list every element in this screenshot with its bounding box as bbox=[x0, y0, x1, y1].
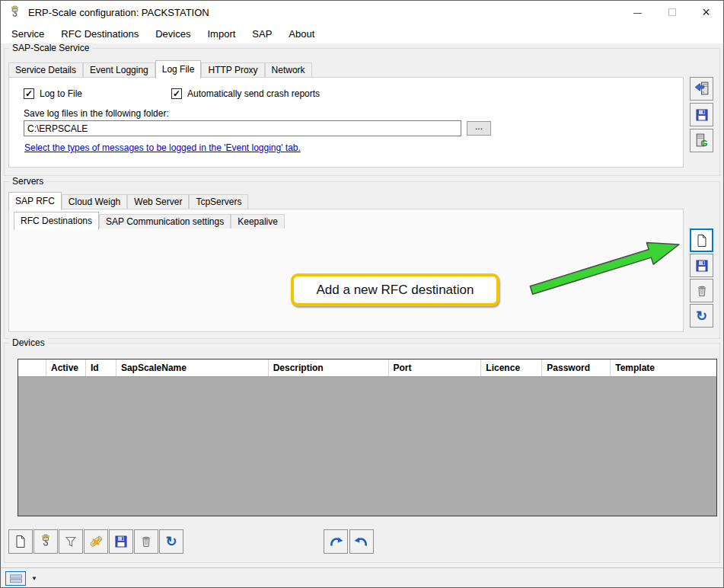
trash-icon bbox=[695, 284, 709, 298]
dev-col-rowselector[interactable] bbox=[18, 360, 46, 376]
save-devices-button[interactable] bbox=[109, 529, 133, 554]
devices-group-label: Devices bbox=[9, 337, 48, 349]
form-rows-icon bbox=[10, 574, 22, 583]
maximize-button[interactable] bbox=[655, 1, 689, 24]
devices-table-header: Active Id SapScaleName Description Port … bbox=[18, 360, 716, 377]
title-bar: ERP-Scale configuration: PACKSTATION — × bbox=[1, 1, 723, 24]
rfc-subtabstrip: RFC Destinations SAP Communication setti… bbox=[14, 211, 285, 229]
dev-col-password[interactable]: Password bbox=[542, 360, 611, 376]
devices-table-empty-body bbox=[18, 377, 716, 516]
window-controls: — × bbox=[620, 1, 723, 24]
refresh-devices-button[interactable]: ↻ bbox=[159, 529, 183, 554]
refresh-rfc-button[interactable]: ↻ bbox=[690, 304, 713, 328]
refresh-icon: ↻ bbox=[165, 535, 177, 548]
sap-scale-service-group-label: SAP-Scale Service bbox=[9, 43, 92, 54]
devices-table: Active Id SapScaleName Description Port … bbox=[18, 359, 717, 516]
licence-scroll-icon bbox=[88, 534, 104, 549]
tab-web-server[interactable]: Web Server bbox=[127, 194, 189, 209]
save-service-button[interactable] bbox=[690, 103, 713, 126]
licence-button[interactable] bbox=[84, 529, 108, 554]
save-floppy-icon bbox=[695, 259, 709, 273]
maximize-icon bbox=[668, 8, 676, 16]
add-rfc-destination-button[interactable] bbox=[690, 228, 713, 252]
minimize-icon: — bbox=[633, 8, 642, 17]
filter-funnel-icon bbox=[64, 535, 78, 548]
crane-scale-icon bbox=[38, 534, 53, 549]
minimize-button[interactable]: — bbox=[620, 1, 655, 24]
redo-arrow-icon bbox=[328, 534, 343, 549]
service-g-button[interactable] bbox=[690, 129, 713, 152]
menu-devices[interactable]: Devices bbox=[147, 24, 199, 43]
dev-col-template[interactable]: Template bbox=[611, 360, 716, 376]
device-scale-button[interactable] bbox=[33, 529, 58, 554]
crash-reports-label: Automatically send crash reports bbox=[187, 88, 320, 99]
subtab-sap-communication-settings[interactable]: SAP Communication settings bbox=[99, 214, 231, 228]
subtab-keepalive[interactable]: Keepalive bbox=[231, 214, 285, 228]
subtab-rfc-destinations[interactable]: RFC Destinations bbox=[14, 212, 99, 230]
close-button[interactable]: × bbox=[689, 1, 723, 24]
save-floppy-icon bbox=[114, 535, 128, 548]
checkbox-check-icon: ✓ bbox=[24, 88, 34, 99]
tab-network[interactable]: Network bbox=[265, 62, 312, 77]
log-to-file-checkbox[interactable]: ✓ Log to File bbox=[24, 88, 82, 99]
filter-devices-button[interactable] bbox=[59, 529, 83, 554]
new-device-button[interactable] bbox=[8, 529, 33, 554]
checkbox-check-icon: ✓ bbox=[171, 88, 182, 99]
close-icon: × bbox=[702, 5, 710, 21]
tab-tcpservers[interactable]: TcpServers bbox=[189, 194, 248, 209]
app-window: ERP-Scale configuration: PACKSTATION — ×… bbox=[0, 0, 724, 588]
dev-col-active[interactable]: Active bbox=[46, 360, 86, 376]
dev-col-port[interactable]: Port bbox=[389, 360, 482, 376]
tab-log-file[interactable]: Log File bbox=[155, 60, 202, 78]
menu-about[interactable]: About bbox=[280, 24, 323, 43]
log-folder-input[interactable] bbox=[24, 120, 461, 136]
trash-icon bbox=[139, 535, 153, 548]
refresh-icon: ↻ bbox=[696, 309, 707, 323]
callout-add-rfc-destination: Add a new RFC destination bbox=[291, 273, 499, 306]
dev-col-sapscalename[interactable]: SapScaleName bbox=[116, 360, 269, 376]
server-g-icon bbox=[694, 133, 710, 149]
menu-service[interactable]: Service bbox=[3, 24, 53, 43]
delete-device-button[interactable] bbox=[134, 529, 158, 554]
window-title: ERP-Scale configuration: PACKSTATION bbox=[28, 7, 209, 18]
undo-button[interactable] bbox=[349, 529, 374, 554]
status-grid-button[interactable] bbox=[5, 571, 26, 586]
menu-rfc-destinations[interactable]: RFC Destinations bbox=[53, 24, 147, 43]
save-log-folder-label: Save log files in the following folder: bbox=[24, 108, 169, 119]
crash-reports-checkbox[interactable]: ✓ Automatically send crash reports bbox=[171, 88, 320, 99]
dev-col-licence[interactable]: Licence bbox=[481, 360, 542, 376]
undo-arrow-icon bbox=[354, 534, 369, 549]
save-rfc-button[interactable] bbox=[690, 254, 713, 277]
service-import-button[interactable] bbox=[690, 77, 713, 101]
tab-http-proxy[interactable]: HTTP Proxy bbox=[201, 62, 264, 77]
servers-group-label: Servers bbox=[9, 176, 46, 187]
log-to-file-label: Log to File bbox=[40, 88, 82, 99]
service-tabstrip: Service Details Event Logging Log File H… bbox=[8, 59, 312, 78]
status-bar: ▼ bbox=[1, 567, 723, 588]
menu-sap[interactable]: SAP bbox=[244, 24, 280, 43]
new-document-icon bbox=[695, 234, 709, 248]
event-logging-link[interactable]: Select the types of messages to be logge… bbox=[24, 142, 301, 153]
delete-rfc-button[interactable] bbox=[690, 279, 713, 302]
callout-text: Add a new RFC destination bbox=[317, 283, 474, 298]
menu-bar: Service RFC Destinations Devices Import … bbox=[1, 24, 723, 43]
browse-folder-button[interactable]: ... bbox=[467, 121, 491, 136]
status-dropdown-arrow[interactable]: ▼ bbox=[31, 575, 37, 582]
dev-col-id[interactable]: Id bbox=[86, 360, 116, 376]
tab-service-details[interactable]: Service Details bbox=[8, 62, 83, 77]
tab-cloud-weigh[interactable]: Cloud Weigh bbox=[62, 194, 127, 209]
save-floppy-icon bbox=[695, 108, 709, 122]
redo-button[interactable] bbox=[324, 529, 348, 554]
app-crane-scale-icon bbox=[8, 5, 22, 20]
tab-sap-rfc[interactable]: SAP RFC bbox=[8, 192, 62, 210]
dev-col-description[interactable]: Description bbox=[269, 360, 389, 376]
servers-tabstrip: SAP RFC Cloud Weigh Web Server TcpServer… bbox=[8, 191, 248, 209]
menu-import[interactable]: Import bbox=[199, 24, 244, 43]
new-document-icon bbox=[14, 535, 27, 548]
server-import-icon bbox=[694, 81, 710, 97]
tab-event-logging[interactable]: Event Logging bbox=[83, 62, 155, 77]
